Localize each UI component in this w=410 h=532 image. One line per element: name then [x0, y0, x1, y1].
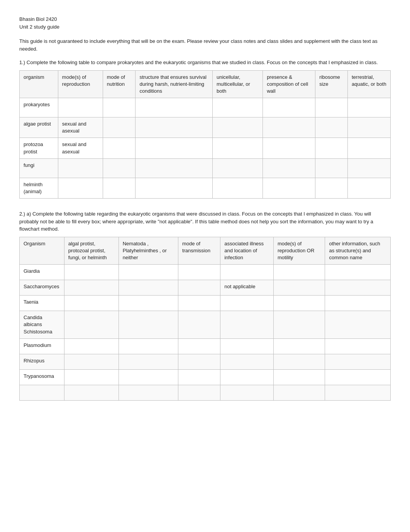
table1-cell — [348, 98, 391, 117]
table2-cell — [273, 369, 325, 385]
table1-row: helminth (animal) — [20, 178, 391, 198]
table1-row: fungi — [20, 158, 391, 178]
table1-col-nutrition: mode of nutrition — [103, 70, 136, 98]
table1-cell — [348, 138, 391, 158]
table2-cell — [273, 354, 325, 369]
table2-cell — [325, 338, 391, 354]
header-line2: Unit 2 study guide — [19, 23, 391, 31]
table1-col-organism: organism — [20, 70, 58, 98]
table2-cell — [220, 369, 274, 385]
table1-col-ribosome: ribosome size — [315, 70, 348, 98]
table2-cell — [178, 265, 220, 280]
table2-cell — [119, 280, 178, 296]
table2-row-label: Candida albicans Schistosoma — [20, 311, 64, 339]
table2-cell — [119, 296, 178, 311]
table1-col-cellwall: presence & composition of cell wall — [263, 70, 315, 98]
table2-cell — [220, 296, 274, 311]
table2-cell — [64, 296, 119, 311]
table1-col-cellularity: unicellular, multicellular, or both — [213, 70, 263, 98]
section2-title: 2.) a) Complete the following table rega… — [19, 210, 391, 233]
table1-cell — [103, 138, 136, 158]
table1-cell — [58, 178, 103, 198]
table2-col-organism: Organism — [20, 237, 64, 265]
table2-col-transmission: mode of transmission — [178, 237, 220, 265]
table2-cell — [64, 369, 119, 385]
table2-cell — [325, 385, 391, 400]
table1-cell — [58, 158, 103, 178]
table1-cell — [263, 98, 315, 117]
table1-cell — [348, 158, 391, 178]
table1-cell — [136, 178, 213, 198]
table1-cell — [103, 178, 136, 198]
table2-cell — [325, 296, 391, 311]
table2-row: Candida albicans Schistosoma — [20, 311, 391, 339]
table2-cell — [178, 296, 220, 311]
table2-cell — [119, 369, 178, 385]
table2-cell — [273, 280, 325, 296]
table1-row: prokaryotes — [20, 98, 391, 117]
table2-cell — [64, 280, 119, 296]
table1-row-label: algae protist — [20, 117, 58, 138]
table1-row-label: fungi — [20, 158, 58, 178]
section1-title: 1.) Complete the following table to comp… — [19, 59, 391, 66]
table2-cell — [178, 311, 220, 339]
table2-col-illness: associated illness and location of infec… — [220, 237, 274, 265]
table2-cell — [273, 338, 325, 354]
table2-cell — [220, 354, 274, 369]
table2-cell — [220, 338, 274, 354]
table2-cell — [64, 311, 119, 339]
table1-cell — [315, 138, 348, 158]
table1-row: algae protistsexual and asexual — [20, 117, 391, 138]
table1-cell — [213, 98, 263, 117]
table2-col-other: other information, such as structure(s) … — [325, 237, 391, 265]
table1-cell — [58, 98, 103, 117]
table2-cell — [325, 265, 391, 280]
table2-cell — [325, 280, 391, 296]
table2-col-classification: Nematoda , Platyhelminthes , or neither — [119, 237, 178, 265]
table1-cell — [315, 117, 348, 138]
table2-row-label: Plasmodium — [20, 338, 64, 354]
table2-cell — [178, 338, 220, 354]
table1-cell — [103, 98, 136, 117]
section2: 2.) a) Complete the following table rega… — [19, 210, 391, 401]
table2-cell — [325, 311, 391, 339]
table1-col-reproduction: mode(s) of reproduction — [58, 70, 103, 98]
table1-row-label: protozoa protist — [20, 138, 58, 158]
table2-row: Plasmodium — [20, 338, 391, 354]
table1-cell — [263, 138, 315, 158]
table1-cell — [136, 117, 213, 138]
table1-cell: sexual and asexual — [58, 138, 103, 158]
table2-header-row: Organism algal protist, protozoal protis… — [20, 237, 391, 265]
table2-row-label: Rhizopus — [20, 354, 64, 369]
table1-cell — [315, 178, 348, 198]
table2-row: Giardia — [20, 265, 391, 280]
table2-cell — [64, 265, 119, 280]
table2-row-label: Taenia — [20, 296, 64, 311]
table1-cell — [136, 98, 213, 117]
table2-cell — [220, 311, 274, 339]
table2-row-label: Trypanosoma — [20, 369, 64, 385]
table2-cell — [273, 385, 325, 400]
table1-cell — [213, 178, 263, 198]
table2-cell — [325, 369, 391, 385]
header: Bhasin Biol 2420 Unit 2 study guide — [19, 15, 391, 31]
table2-cell — [178, 369, 220, 385]
header-line1: Bhasin Biol 2420 — [19, 15, 391, 23]
table1-cell — [348, 117, 391, 138]
table1-cell — [213, 158, 263, 178]
table2-cell: not applicable — [220, 280, 274, 296]
table2-cell — [220, 265, 274, 280]
section1: 1.) Complete the following table to comp… — [19, 59, 391, 199]
table2-cell — [220, 385, 274, 400]
table1-cell — [315, 158, 348, 178]
table1-cell — [136, 158, 213, 178]
table2-cell — [64, 354, 119, 369]
table2-cell — [119, 385, 178, 400]
table2-cell — [119, 311, 178, 339]
table1-cell — [315, 98, 348, 117]
table2-cell — [178, 280, 220, 296]
table1-cell — [103, 158, 136, 178]
table2-row: Saccharomycesnot applicable — [20, 280, 391, 296]
table1-header-row: organism mode(s) of reproduction mode of… — [20, 70, 391, 98]
table2-cell — [64, 338, 119, 354]
